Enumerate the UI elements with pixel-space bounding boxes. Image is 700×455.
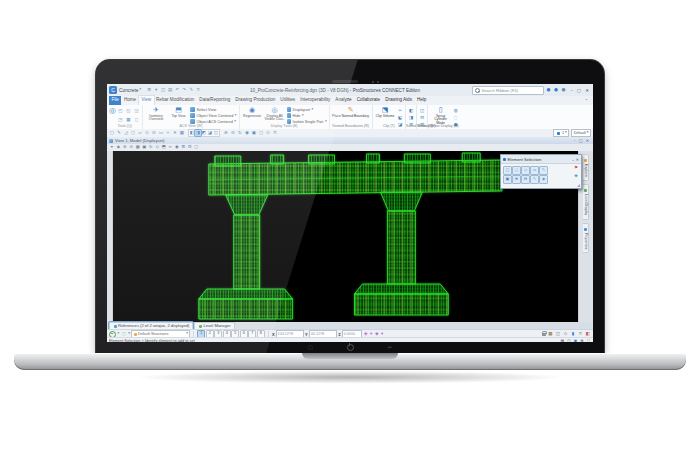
chevron-down-icon[interactable]: ▾ — [128, 332, 130, 335]
view-control-icon[interactable]: ◉ — [244, 130, 250, 136]
selection-mode-icon[interactable]: ○ — [512, 166, 521, 175]
dialog-minimize-button[interactable]: – — [572, 157, 574, 162]
ribbon-tab[interactable]: Interoperability — [298, 96, 333, 105]
ribbon-tab[interactable]: Data/Reporting — [197, 96, 233, 105]
top-view-button[interactable]: ⬒ Top View — [168, 106, 189, 118]
view-control-icon[interactable]: ↻ — [237, 130, 243, 136]
statusbar-icon[interactable]: ◫ — [567, 338, 572, 342]
view-control-icon[interactable]: ◻ — [258, 130, 264, 136]
tools-icon[interactable]: ◰ — [117, 108, 123, 114]
quick-access-icon[interactable]: ↷ — [181, 87, 187, 93]
account-icon[interactable]: ● — [553, 87, 559, 93]
place-named-boundary-button[interactable]: ✎ Place Named Boundary — [332, 106, 370, 118]
drawing-tool-icon[interactable]: ▢ — [109, 130, 115, 136]
view-toolbar-icon[interactable]: ↻ — [148, 145, 154, 151]
drawing-tool-icon[interactable]: ✕ — [172, 130, 178, 136]
selection-method-icon[interactable]: ◈ — [539, 175, 548, 184]
view-toolbar-icon[interactable]: ◇ — [155, 145, 161, 151]
selection-method-icon[interactable]: ⊟ — [521, 175, 530, 184]
drawing-tool-icon[interactable]: ▭ — [158, 130, 164, 136]
recent-apps-icon[interactable]: ▢ — [308, 345, 313, 350]
view-control-icon[interactable]: ◇ — [265, 130, 271, 136]
dock-tab[interactable]: Explorer — [583, 154, 589, 181]
tools-icon[interactable]: ◳ — [117, 117, 123, 123]
view-toolbar-icon[interactable]: ▣ — [142, 145, 148, 151]
dock-tab[interactable]: Level Display — [583, 184, 589, 219]
window-control-button[interactable]: ▢ — [577, 88, 581, 93]
statusbar-icon[interactable]: ◻ — [586, 338, 591, 342]
dialog-resize-handle[interactable] — [577, 184, 580, 187]
hide-button[interactable]: Hide ▾ — [287, 113, 327, 118]
power-icon[interactable] — [347, 344, 354, 351]
ribbon-tab[interactable]: Drawing Aids — [383, 96, 415, 105]
view-toolbar-icon[interactable]: ⬒ — [161, 145, 167, 151]
ribbon-tab[interactable]: Help — [414, 96, 428, 105]
element-selection-titlebar[interactable]: Element Selection – ✕ — [501, 155, 581, 164]
view-group-combo[interactable]: 1 ▾ — [553, 129, 569, 137]
ribbon-tab[interactable]: View — [139, 96, 154, 105]
view-toolbar-icon[interactable]: ◈ — [116, 145, 122, 151]
view-control-icon[interactable]: ⊖ — [230, 130, 236, 136]
drawing-tool-icon[interactable]: ⊙ — [151, 130, 157, 136]
ribbon-tab[interactable]: File — [109, 96, 121, 105]
isometry-overview-button[interactable]: ✈ Isometry Overview — [145, 106, 166, 122]
statusbar-icon[interactable]: ▦ — [560, 338, 565, 342]
lock-icon[interactable] — [542, 333, 546, 336]
dock-tab[interactable]: Properties — [583, 223, 589, 253]
selection-extra-icon[interactable]: ⚑ — [573, 166, 579, 172]
drawing-tool-icon[interactable]: ▦ — [179, 130, 185, 136]
view-toolbar-icon[interactable]: ▾ — [109, 145, 115, 151]
view-toolbar-icon[interactable]: ⊖ — [129, 145, 135, 151]
drawing-tool-icon[interactable]: ▱ — [137, 130, 143, 136]
view-window-control[interactable]: – — [574, 138, 576, 143]
view-control-icon[interactable]: ≡ — [272, 130, 278, 136]
drawing-tool-icon[interactable]: ○ — [130, 130, 136, 136]
regenerate-button[interactable]: ◉ Regenerate — [242, 106, 263, 118]
saved-views-icon[interactable]: ◨ — [408, 115, 414, 121]
window-icon[interactable]: ◫ — [419, 108, 425, 114]
dialog-close-button[interactable]: ✕ — [576, 157, 579, 162]
selection-method-icon[interactable]: ✎ — [530, 175, 539, 184]
rebar-display-icon[interactable]: ◍ — [453, 108, 459, 114]
chevron-down-icon[interactable]: ▾ — [118, 332, 120, 335]
drawing-tool-icon[interactable]: ✎ — [116, 130, 122, 136]
quick-access-icon[interactable]: ▾ — [153, 87, 159, 93]
ribbon-tab[interactable]: Analyze — [333, 96, 354, 105]
ribbon-tab[interactable]: Home — [121, 96, 138, 105]
ribbon-tab[interactable]: Collaborate — [354, 96, 383, 105]
selection-method-icon[interactable]: ▣ — [503, 175, 512, 184]
selection-method-icon[interactable]: ⊕ — [512, 175, 521, 184]
element-selection-dialog[interactable]: Element Selection – ✕ ◻○◇▱✎ ▣⊕⊟✎◈ ⚑◈ — [500, 154, 582, 189]
quick-access-icon[interactable]: ↶ — [174, 87, 180, 93]
view-control-icon[interactable]: ⊕ — [223, 130, 229, 136]
clip-volume-button[interactable]: ⬔ Clip Volume — [375, 106, 396, 118]
selection-mode-icon[interactable]: ✎ — [539, 166, 548, 175]
quick-access-icon[interactable]: ◫ — [160, 87, 166, 93]
view-toolbar-icon[interactable]: ⊞ — [181, 145, 187, 151]
rebar-display-icon[interactable]: ◌ — [453, 115, 459, 121]
drawing-tool-icon[interactable]: ◿ — [123, 130, 129, 136]
style-combo[interactable]: Default ▾ — [571, 129, 591, 137]
view-control-icon[interactable]: ▣ — [251, 130, 257, 136]
quick-access-icon[interactable]: ✎ — [188, 87, 194, 93]
display-style-toggle[interactable]: ◫ — [213, 130, 219, 136]
statusbar-icon[interactable]: ▣ — [573, 338, 578, 342]
account-icon[interactable]: ● — [546, 87, 552, 93]
saved-views-icon[interactable]: ◧ — [408, 108, 414, 114]
statusbar-icon[interactable]: ≡ — [580, 338, 585, 342]
selection-mode-icon[interactable]: ▱ — [530, 166, 539, 175]
view-toolbar-icon[interactable]: ⊟ — [187, 145, 193, 151]
object-view-centered-button[interactable]: Object View Centered ▾ — [190, 113, 236, 118]
quick-access-icon[interactable]: ≡ — [195, 87, 201, 93]
tools-icon[interactable]: ◱ — [125, 108, 131, 114]
displayset-button[interactable]: Displayset ▾ — [287, 107, 327, 112]
tools-icon[interactable]: ◲ — [133, 108, 139, 114]
select-view-button[interactable]: Select View — [190, 107, 236, 112]
view-toolbar-icon[interactable]: ▦ — [135, 145, 141, 151]
quick-access-icon[interactable]: ▤ — [167, 87, 173, 93]
selection-mode-icon[interactable]: ◇ — [521, 166, 530, 175]
tools-icon[interactable]: ▦ — [125, 117, 131, 123]
view-toolbar-icon[interactable]: ▢ — [194, 145, 200, 151]
selection-mode-icon[interactable]: ◻ — [503, 166, 512, 175]
view-toolbar-icon[interactable]: ◉ — [174, 145, 180, 151]
